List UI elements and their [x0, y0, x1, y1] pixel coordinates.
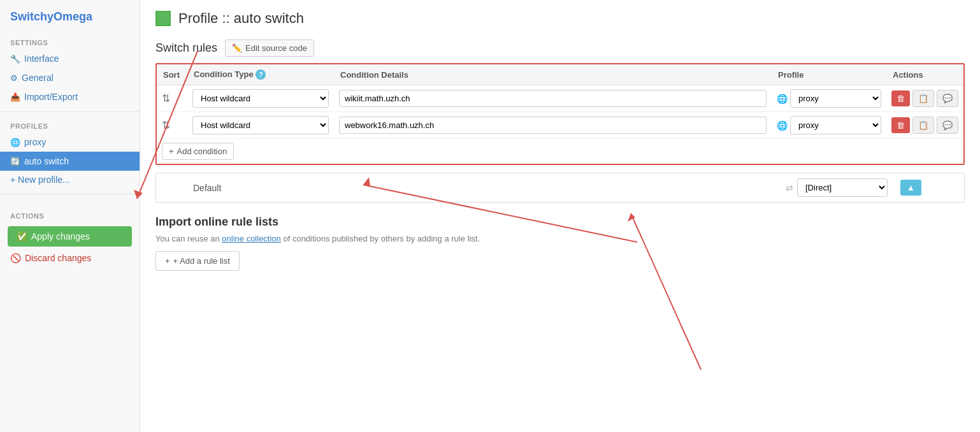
- auto-switch-label: auto switch: [24, 156, 69, 166]
- default-details-cell: [333, 173, 779, 202]
- condition-details-input-0[interactable]: [339, 90, 767, 107]
- edit-source-label: Edit source code: [245, 43, 307, 53]
- proxy-label: proxy: [24, 137, 46, 147]
- plus-add-icon: +: [169, 147, 174, 156]
- delete-button-1[interactable]: 🗑: [891, 117, 910, 133]
- general-label: General: [22, 73, 54, 83]
- default-row-wrapper: Default ⇄ [Direct] ▲: [155, 173, 965, 203]
- profile-globe-icon-0: 🌐: [777, 94, 788, 104]
- condition-type-select-1[interactable]: Host wildcardURL wildcardURL regexIP ran…: [192, 116, 329, 134]
- profile-select-0[interactable]: proxy: [790, 89, 881, 108]
- default-actions-cell: ▲: [894, 173, 964, 202]
- profile-green-icon: [155, 11, 171, 26]
- copy-button-0[interactable]: 📋: [912, 90, 934, 107]
- sidebar-divider-1: [0, 112, 140, 112]
- discard-changes-button[interactable]: 🚫 Discard changes: [0, 250, 101, 266]
- table-row: ⇅Host wildcardURL wildcardURL regexIP ra…: [157, 85, 963, 112]
- page-header: Profile :: auto switch: [155, 10, 965, 27]
- condition-details-cell-0: [334, 85, 772, 112]
- sidebar-item-import-export[interactable]: 📥 Import/Export: [0, 87, 140, 106]
- profile-select-1[interactable]: proxy: [790, 116, 881, 134]
- table-header-row: Sort Condition Type ? Condition Details …: [157, 64, 963, 85]
- wrench-icon: 🔧: [10, 54, 20, 64]
- sort-handle-1[interactable]: ⇅: [162, 120, 170, 131]
- discard-icon: 🚫: [10, 253, 21, 263]
- sidebar-item-auto-switch[interactable]: 🔄 auto switch: [0, 152, 140, 171]
- default-profile-select[interactable]: [Direct]: [797, 178, 888, 197]
- add-condition-label: Add condition: [177, 147, 227, 156]
- main-content: Profile :: auto switch Switch rules ✏️ E…: [140, 0, 980, 432]
- check-icon: ✅: [17, 231, 27, 241]
- auto-switch-icon: 🔄: [10, 157, 20, 166]
- import-export-icon: 📥: [10, 92, 20, 102]
- apply-changes-button[interactable]: ✅ Apply changes: [8, 226, 132, 247]
- rules-table: Sort Condition Type ? Condition Details …: [157, 64, 963, 164]
- profiles-section-label: PROFILES: [0, 117, 140, 133]
- table-row: ⇅Host wildcardURL wildcardURL regexIP ra…: [157, 112, 963, 139]
- add-rule-list-button[interactable]: + + Add a rule list: [155, 251, 240, 271]
- discard-changes-label: Discard changes: [25, 253, 91, 263]
- profile-cell-1: 🌐 proxy: [772, 112, 886, 139]
- th-sort: Sort: [157, 64, 187, 85]
- default-profile-select-wrapper: ⇄ [Direct]: [786, 178, 888, 197]
- settings-section-label: SETTINGS: [0, 34, 140, 49]
- add-condition-button[interactable]: + Add condition: [162, 143, 234, 160]
- default-up-button[interactable]: ▲: [900, 180, 921, 196]
- condition-details-cell-1: [334, 112, 772, 139]
- sort-cell-0: ⇅: [157, 85, 187, 112]
- condition-details-input-1[interactable]: [339, 117, 767, 134]
- add-rule-list-label: + Add a rule list: [173, 256, 230, 266]
- condition-type-select-0[interactable]: Host wildcardURL wildcardURL regexIP ran…: [192, 89, 329, 108]
- condition-type-info-icon[interactable]: ?: [256, 69, 266, 80]
- th-profile: Profile: [772, 64, 886, 85]
- default-profile-cell: ⇄ [Direct]: [779, 173, 894, 202]
- default-table: Default ⇄ [Direct] ▲: [156, 173, 964, 202]
- direct-icon: ⇄: [786, 183, 793, 193]
- actions-section: ACTIONS ✅ Apply changes 🚫 Discard change…: [0, 207, 140, 266]
- import-export-label: Import/Export: [24, 92, 78, 102]
- delete-button-0[interactable]: 🗑: [891, 90, 910, 106]
- default-sort-cell: [156, 173, 187, 202]
- proxy-globe-icon: 🌐: [10, 138, 20, 147]
- actions-cell-0: 🗑 📋 💬: [886, 85, 963, 112]
- note-button-1[interactable]: 💬: [937, 117, 958, 134]
- interface-label: Interface: [24, 54, 59, 64]
- actions-cell-inner-0: 🗑 📋 💬: [891, 90, 958, 107]
- import-section: Import online rule lists You can reuse a…: [155, 215, 965, 271]
- apply-changes-label: Apply changes: [31, 231, 90, 241]
- copy-button-1[interactable]: 📋: [912, 117, 934, 134]
- import-desc-link[interactable]: online collection: [222, 234, 281, 243]
- sidebar-item-proxy[interactable]: 🌐 proxy: [0, 133, 140, 152]
- switch-rules-header: Switch rules ✏️ Edit source code: [155, 40, 965, 57]
- actions-cell-1: 🗑 📋 💬: [886, 112, 963, 139]
- condition-type-cell-1: Host wildcardURL wildcardURL regexIP ran…: [187, 112, 334, 139]
- actions-section-label: ACTIONS: [0, 207, 140, 222]
- new-profile-button[interactable]: + New profile...: [0, 171, 140, 189]
- th-condition-type: Condition Type ?: [187, 64, 334, 85]
- sort-cell-1: ⇅: [157, 112, 187, 139]
- rules-tbody: ⇅Host wildcardURL wildcardURL regexIP ra…: [157, 85, 963, 164]
- switch-rules-title: Switch rules: [155, 41, 217, 55]
- note-button-0[interactable]: 💬: [937, 90, 958, 107]
- default-label-cell: Default: [187, 173, 333, 202]
- th-actions: Actions: [886, 64, 963, 85]
- import-desc: You can reuse an online collection of co…: [155, 234, 965, 243]
- default-table-row: Default ⇄ [Direct] ▲: [156, 173, 964, 202]
- import-desc-text-2: of conditions published by others by add…: [281, 234, 480, 243]
- edit-icon: ✏️: [232, 43, 242, 53]
- import-title: Import online rule lists: [155, 215, 965, 229]
- profile-cell-inner-1: 🌐 proxy: [777, 116, 881, 134]
- sidebar: SwitchyOmega SETTINGS 🔧 Interface ⚙ Gene…: [0, 0, 140, 432]
- th-condition-details: Condition Details: [334, 64, 772, 85]
- default-label: Default: [193, 183, 221, 193]
- add-condition-row: + Add condition: [157, 139, 963, 164]
- plus-icon: +: [165, 256, 170, 266]
- edit-source-button[interactable]: ✏️ Edit source code: [225, 40, 314, 57]
- sidebar-item-interface[interactable]: 🔧 Interface: [0, 49, 140, 68]
- import-desc-text-1: You can reuse an: [155, 234, 222, 243]
- app-brand: SwitchyOmega: [0, 10, 140, 34]
- profile-globe-icon-1: 🌐: [777, 120, 788, 131]
- actions-cell-inner-1: 🗑 📋 💬: [891, 117, 958, 134]
- sidebar-item-general[interactable]: ⚙ General: [0, 68, 140, 87]
- sort-handle-0[interactable]: ⇅: [162, 93, 170, 104]
